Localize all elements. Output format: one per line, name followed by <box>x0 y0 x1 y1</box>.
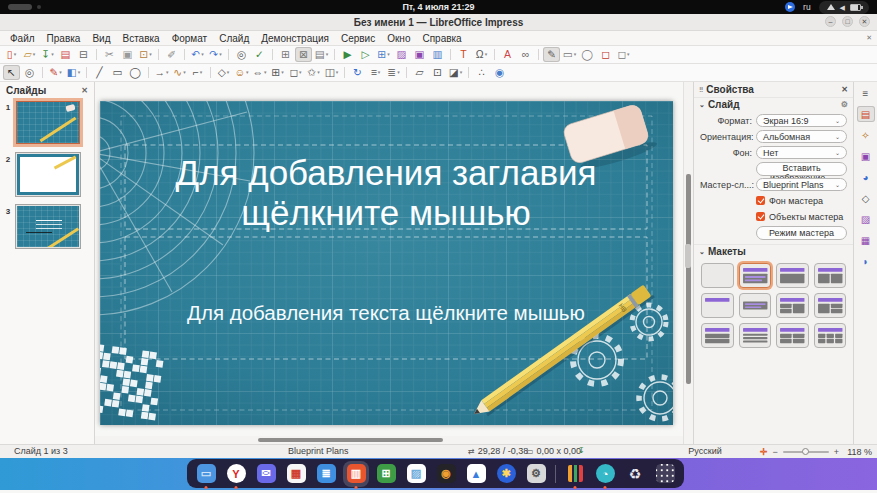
dock-show-applications[interactable] <box>654 463 676 485</box>
curves-and-polygons[interactable]: ∿ <box>171 65 188 80</box>
shadow[interactable]: ▱ <box>411 65 428 80</box>
maximize-button[interactable]: □ <box>842 16 853 27</box>
image-filter[interactable]: ◪ <box>447 65 464 80</box>
sidebar-menu[interactable]: ≡ <box>857 85 875 101</box>
horizontal-scrollbar-thumb[interactable] <box>258 438 443 442</box>
insert-textbox[interactable]: T <box>455 47 472 62</box>
insert-chart[interactable]: ▥ <box>429 47 446 62</box>
connectors[interactable]: ⌐ <box>189 65 206 80</box>
layout-title-content-2content[interactable] <box>814 293 847 318</box>
layout-title-6content[interactable] <box>814 323 847 348</box>
dock-drive[interactable]: ▲ <box>465 463 487 485</box>
sidebar-splitter-handle[interactable] <box>685 244 691 268</box>
layout-title-4content[interactable] <box>776 323 809 348</box>
paste[interactable]: ⊡ <box>137 47 154 62</box>
slide-thumbnail-2[interactable]: 2 <box>2 153 90 196</box>
fill-color[interactable]: ◧ <box>65 65 82 80</box>
tab-navigator[interactable]: ◗ <box>857 253 875 269</box>
dock-yandex-browser[interactable]: Y <box>225 463 247 485</box>
horizontal-scrollbar[interactable] <box>95 436 683 444</box>
display-views[interactable]: ▤ <box>313 47 330 62</box>
slide-canvas[interactable]: HB Для добавления заглавия щёлкните мышь… <box>95 82 683 436</box>
align-objects[interactable]: ≡ <box>367 65 384 80</box>
workspace-indicator-pill[interactable] <box>8 4 32 10</box>
menu-file[interactable]: Файл <box>4 33 41 44</box>
workspace-indicator-dot[interactable] <box>37 5 41 9</box>
format-select[interactable]: Экран 16:9 ⌄ <box>756 114 847 127</box>
tray-app-icon[interactable] <box>785 2 795 12</box>
crop-image[interactable]: ⊡ <box>429 65 446 80</box>
tab-master-slides[interactable]: ▦ <box>857 232 875 248</box>
background-select[interactable]: Нет ⌄ <box>756 146 847 159</box>
start-from-current-slide[interactable]: ▷ <box>357 47 374 62</box>
tab-shapes[interactable]: ◕ <box>857 169 875 185</box>
display-grid[interactable]: ⊞ <box>277 47 294 62</box>
keyboard-layout-indicator[interactable]: ru <box>803 2 811 12</box>
properties-close-icon[interactable]: ✕ <box>841 85 848 94</box>
lines-and-arrows[interactable]: → <box>153 65 170 80</box>
menu-insert[interactable]: Вставка <box>116 33 165 44</box>
menu-format[interactable]: Формат <box>166 33 214 44</box>
layout-centered-text[interactable] <box>739 293 772 318</box>
dock-trash[interactable]: ♻ <box>624 463 646 485</box>
dock-settings[interactable]: ⚙ <box>525 463 547 485</box>
special-character[interactable]: Ω <box>473 47 490 62</box>
slide-title-line2[interactable]: щёлкните мышью <box>241 193 531 232</box>
master-background-checkbox[interactable] <box>756 196 765 205</box>
close-document-icon[interactable]: ✕ <box>866 34 872 42</box>
vertical-scrollbar[interactable] <box>683 82 693 444</box>
ellipse[interactable]: ◯ <box>127 65 144 80</box>
insert-table[interactable]: ⊞ <box>375 47 392 62</box>
cut[interactable]: ✂ <box>101 47 118 62</box>
close-button[interactable]: ✕ <box>859 16 870 27</box>
copy[interactable]: ▣ <box>119 47 136 62</box>
dock-files[interactable]: ▭ <box>195 463 217 485</box>
layout-title-text-lines[interactable] <box>739 323 772 348</box>
unsaved-changes-icon[interactable]: ↧ <box>578 446 585 455</box>
fontwork[interactable]: A <box>499 47 516 62</box>
insert-image[interactable]: ▨ <box>393 47 410 62</box>
tab-properties[interactable]: ▤ <box>857 106 875 122</box>
insert-line[interactable]: ╱ <box>91 65 108 80</box>
new-presentation[interactable]: ▯ <box>3 47 20 62</box>
system-clock[interactable]: Пт, 4 июля 21:29 <box>402 2 474 12</box>
hyperlink[interactable]: ∞ <box>517 47 534 62</box>
find-and-replace[interactable]: ◎ <box>233 47 250 62</box>
section-settings-icon[interactable]: ⚙ <box>841 100 848 109</box>
redo[interactable]: ↷ <box>207 47 224 62</box>
snap-to-grid[interactable]: ⊠ <box>295 47 312 62</box>
callout-quick[interactable]: ◻ <box>597 47 614 62</box>
flowchart-shapes[interactable]: ⊞ <box>269 65 286 80</box>
slide-number-status[interactable]: Слайд 1 из 3 <box>14 446 68 456</box>
zoom-slider[interactable] <box>783 451 829 453</box>
symbol-shapes[interactable]: ☺ <box>233 65 250 80</box>
menu-help[interactable]: Справка <box>416 33 467 44</box>
menu-tools[interactable]: Сервис <box>335 33 381 44</box>
zoom[interactable]: ◎ <box>21 65 38 80</box>
master-objects-checkbox[interactable] <box>756 212 765 221</box>
layout-title-two-content[interactable] <box>814 263 847 288</box>
layout-blank[interactable] <box>701 263 734 288</box>
undo[interactable]: ↶ <box>189 47 206 62</box>
start-from-first-slide[interactable]: ▶ <box>339 47 356 62</box>
callouts[interactable]: ◻ <box>615 47 632 62</box>
dock-music-player[interactable]: ◉ <box>435 463 457 485</box>
insert-image-button[interactable]: Вставить изображение... <box>756 162 847 176</box>
edit-points[interactable]: ∴ <box>473 65 490 80</box>
dock-text-editor[interactable]: ≣ <box>315 463 337 485</box>
callout-shapes[interactable]: ◻ <box>287 65 304 80</box>
panel-drag-handle-icon[interactable]: ⁞⁞ <box>699 85 702 94</box>
layout-title-content-over-content[interactable] <box>701 323 734 348</box>
clone-formatting[interactable]: ✐ <box>163 47 180 62</box>
slide-section-header[interactable]: ⌄ Слайд ⚙ <box>694 97 853 111</box>
dock-markers-app[interactable] <box>564 463 586 485</box>
layout-title-content-block[interactable] <box>776 263 809 288</box>
dock-calendar[interactable]: ▦ <box>285 463 307 485</box>
vertical-scrollbar-thumb[interactable] <box>686 174 691 384</box>
dock-mail[interactable]: ✉ <box>255 463 277 485</box>
menu-slideshow[interactable]: Демонстрация <box>255 33 335 44</box>
zoom-level[interactable]: 118 % <box>844 447 872 457</box>
rectangle[interactable]: ▭ <box>109 65 126 80</box>
minimize-button[interactable]: – <box>825 16 836 27</box>
orientation-select[interactable]: Альбомная ⌄ <box>756 130 847 143</box>
